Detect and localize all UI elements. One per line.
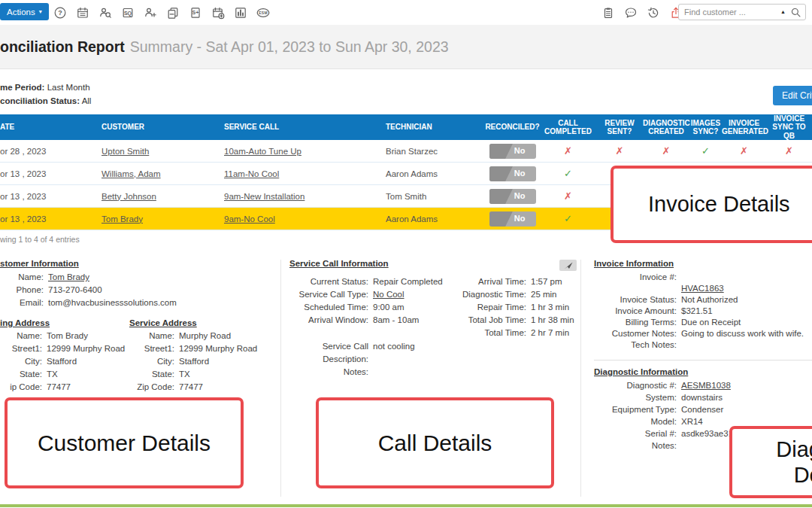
toolbar-left-icons: ? SQ S+ bbox=[53, 5, 271, 20]
field-row: Email:tom@hvacbusinesssolutions.com bbox=[0, 297, 280, 309]
person-add-icon[interactable] bbox=[143, 5, 158, 20]
service-address: Service Address Name:Murphy RoadStreet1:… bbox=[129, 318, 278, 394]
field-value-link[interactable]: Tom Brady bbox=[48, 271, 89, 284]
field-value: 8am - 10am bbox=[373, 314, 419, 327]
sort-toggle-icon[interactable]: ▲ bbox=[780, 9, 786, 14]
call-completed-cell: ✗ bbox=[540, 145, 596, 157]
clipboard-icon[interactable] bbox=[601, 5, 616, 20]
service-call-cell: 9am-New Installation bbox=[220, 192, 382, 201]
field-value: Stafford bbox=[179, 355, 209, 368]
field-row: Total Time:2 hr 7 min bbox=[440, 327, 578, 339]
service-call-link[interactable]: 10am-Auto Tune Up bbox=[224, 147, 301, 156]
field-label: Service Call Type: bbox=[289, 288, 368, 301]
field-value-link[interactable]: AESMB1038 bbox=[681, 379, 731, 391]
header-images-sync: IMAGES SYNC? bbox=[689, 119, 722, 136]
svg-text:SQ: SQ bbox=[124, 11, 132, 17]
customer-link[interactable]: Williams, Adam bbox=[102, 169, 161, 178]
field-row: Invoice Amount:$321.51 bbox=[594, 306, 812, 317]
field-label: State: bbox=[0, 368, 42, 381]
service-call-cell: 9am-No Cool bbox=[220, 214, 382, 224]
service-call-header: Service Call Information bbox=[289, 259, 578, 268]
header-service-call: SERVICE CALL bbox=[220, 123, 382, 132]
field-label: Customer Notes: bbox=[594, 328, 677, 339]
reconciled-toggle[interactable]: No bbox=[489, 211, 536, 227]
field-label: Equipment Type: bbox=[594, 403, 677, 415]
app-window: Actions ▾ ? SQ S+ bbox=[0, 0, 812, 508]
service-call-link[interactable]: 11am-No Cool bbox=[224, 169, 279, 178]
field-label: Total Time: bbox=[440, 327, 526, 339]
header-reconciled: RECONCILED? bbox=[485, 123, 540, 132]
technician-cell: Tom Smith bbox=[382, 192, 485, 201]
find-customer-search: ▲ bbox=[678, 4, 806, 20]
calendar-add-icon[interactable] bbox=[211, 5, 226, 20]
toggle-label: No bbox=[514, 214, 526, 223]
technician-cell: Aaron Adams bbox=[382, 214, 485, 224]
annotation-call-details: Call Details bbox=[316, 397, 554, 488]
search-input[interactable] bbox=[679, 5, 782, 20]
search-icon[interactable] bbox=[790, 7, 801, 18]
customer-link[interactable]: Betty Johnson bbox=[102, 192, 156, 201]
person-search-icon[interactable] bbox=[98, 5, 113, 20]
chat-icon[interactable] bbox=[623, 5, 638, 20]
caret-down-icon: ▾ bbox=[39, 9, 42, 15]
service-address-fields: Name:Murphy RoadStreet1:12999 Murphy Roa… bbox=[129, 330, 278, 394]
green-check-icon: ✓ bbox=[701, 145, 710, 157]
date-cell: or 13 , 2023 bbox=[0, 169, 98, 178]
field-value: 25 min bbox=[531, 288, 557, 301]
field-label: City: bbox=[129, 355, 174, 368]
call-completed-cell: ✗ bbox=[540, 190, 596, 202]
bar-chart-icon[interactable] bbox=[233, 5, 248, 20]
field-row: Zip Code:77477 bbox=[129, 381, 278, 394]
date-cell: or 28 , 2023 bbox=[0, 147, 98, 156]
images-sync-cell: ✓ bbox=[689, 145, 722, 157]
field-row: Name:Murphy Road bbox=[129, 330, 278, 342]
field-value-link[interactable]: No Cool bbox=[373, 288, 404, 301]
green-check-icon: ✓ bbox=[564, 168, 572, 179]
edit-criteria-button[interactable]: Edit Criteria bbox=[773, 86, 812, 105]
service-call-link[interactable]: 9am-No Cool bbox=[224, 214, 275, 224]
field-label: Email: bbox=[0, 297, 44, 309]
bottom-green-bar bbox=[0, 504, 812, 507]
customer-link[interactable]: Upton Smith bbox=[102, 147, 149, 156]
field-row: Name:Tom Brady bbox=[0, 271, 280, 284]
field-value-link[interactable]: HVAC1863 bbox=[681, 283, 724, 294]
service-call-description: Service Call Description: not cooling No… bbox=[289, 340, 415, 379]
history-icon[interactable] bbox=[646, 5, 661, 20]
service-call-cell: 11am-No Cool bbox=[220, 169, 382, 178]
reconciled-toggle[interactable]: No bbox=[489, 189, 536, 204]
send-report-button[interactable] bbox=[559, 260, 577, 271]
field-value: XR14 bbox=[681, 415, 703, 427]
reconciled-toggle[interactable]: No bbox=[489, 166, 536, 181]
green-check-icon: ✓ bbox=[564, 213, 572, 224]
svg-text:ESM: ESM bbox=[259, 11, 268, 15]
field-value: 2 hr 7 min bbox=[531, 327, 569, 339]
toggle-track bbox=[489, 144, 513, 159]
reconciled-cell: No bbox=[485, 166, 540, 181]
calendar-icon[interactable] bbox=[75, 5, 90, 20]
criteria-status-value: All bbox=[82, 96, 92, 105]
notes-label: Notes: bbox=[289, 366, 368, 379]
field-row: Phone:713-270-6400 bbox=[0, 284, 280, 297]
copy-icon[interactable] bbox=[165, 5, 180, 20]
field-value: 77477 bbox=[47, 381, 71, 394]
field-label: Diagnostic #: bbox=[594, 379, 677, 391]
field-label: Name: bbox=[0, 271, 44, 284]
field-value: Repair Completed bbox=[373, 275, 443, 288]
call-completed-cell: ✓ bbox=[540, 213, 596, 224]
reconciled-toggle[interactable]: No bbox=[489, 144, 536, 159]
top-toolbar: Actions ▾ ? SQ S+ bbox=[0, 0, 812, 26]
field-label: Name: bbox=[129, 330, 174, 342]
entries-count: wing 1 to 4 of 4 entries bbox=[0, 235, 80, 244]
esm-badge[interactable]: ESM bbox=[256, 5, 271, 20]
criteria-status: conciliation Status: All bbox=[0, 94, 91, 108]
estimate-add-icon[interactable]: S+ bbox=[188, 5, 203, 20]
table-row: or 28 , 2023Upton Smith10am-Auto Tune Up… bbox=[0, 140, 812, 163]
service-call-link[interactable]: 9am-New Installation bbox=[224, 192, 304, 201]
actions-button[interactable]: Actions ▾ bbox=[0, 3, 49, 20]
billing-address-header: ing Address bbox=[0, 318, 129, 327]
criteria-period-label: me Period: bbox=[0, 83, 44, 92]
help-icon[interactable]: ? bbox=[53, 5, 68, 20]
field-label: Invoice Amount: bbox=[594, 306, 677, 317]
customer-link[interactable]: Tom Brady bbox=[102, 214, 143, 224]
saved-query-icon[interactable]: SQ bbox=[120, 5, 135, 20]
